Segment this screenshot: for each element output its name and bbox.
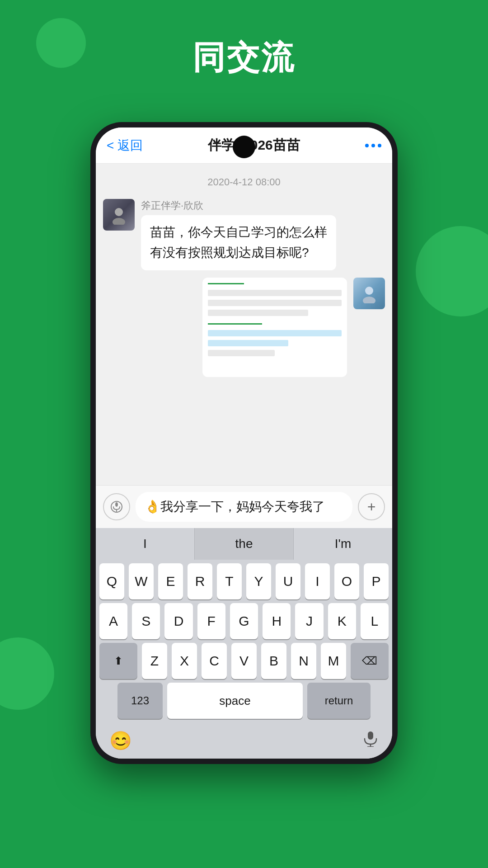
dot-2 bbox=[371, 144, 375, 147]
chat-timestamp: 2020-4-12 08:00 bbox=[103, 176, 385, 188]
outgoing-image-message bbox=[103, 278, 385, 377]
mic-button[interactable] bbox=[362, 731, 379, 751]
key-y[interactable]: Y bbox=[246, 563, 271, 599]
key-r[interactable]: R bbox=[188, 563, 212, 599]
incoming-message-body: 斧正伴学·欣欣 苗苗，你今天自己学习的怎么样有没有按照规划达成目标呢? bbox=[141, 199, 336, 270]
key-h[interactable]: H bbox=[263, 603, 291, 639]
svg-point-1 bbox=[113, 218, 125, 225]
key-l[interactable]: L bbox=[361, 603, 389, 639]
page-title: 同交流 bbox=[0, 36, 488, 80]
key-s[interactable]: S bbox=[132, 603, 160, 639]
record-title-line bbox=[208, 283, 244, 284]
keyboard-row-1: Q W E R T Y U I O P bbox=[96, 560, 392, 599]
keyboard-row-2: A S D F G H J K L bbox=[96, 599, 392, 639]
svg-point-5 bbox=[115, 502, 118, 507]
message-input[interactable]: 👌我分享一下，妈妈今天夸我了 bbox=[136, 492, 352, 522]
record-blue-line-2 bbox=[208, 340, 288, 346]
key-j[interactable]: J bbox=[295, 603, 323, 639]
input-area: 👌我分享一下，妈妈今天夸我了 + bbox=[96, 485, 392, 528]
svg-point-0 bbox=[115, 208, 123, 216]
keyboard: Q W E R T Y U I O P A S D F G H J K bbox=[96, 560, 392, 722]
voice-button[interactable] bbox=[103, 493, 130, 520]
phone-screen: < 返回 伴学18026苗苗 2020-4-12 08:00 bbox=[96, 127, 392, 759]
key-e[interactable]: E bbox=[158, 563, 183, 599]
key-q[interactable]: Q bbox=[99, 563, 124, 599]
key-shift[interactable]: ⬆ bbox=[99, 643, 137, 679]
keyboard-row-4: 123 space return bbox=[96, 679, 392, 722]
key-i[interactable]: I bbox=[305, 563, 330, 599]
key-a[interactable]: A bbox=[99, 603, 127, 639]
record-line-3 bbox=[208, 310, 308, 316]
key-v[interactable]: V bbox=[231, 643, 257, 679]
incoming-message: 斧正伴学·欣欣 苗苗，你今天自己学习的怎么样有没有按照规划达成目标呢? bbox=[103, 199, 385, 270]
dot-3 bbox=[378, 144, 381, 147]
key-w[interactable]: W bbox=[129, 563, 154, 599]
key-n[interactable]: N bbox=[291, 643, 316, 679]
message-bubble: 苗苗，你今天自己学习的怎么样有没有按照规划达成目标呢? bbox=[141, 215, 336, 270]
key-z[interactable]: Z bbox=[142, 643, 167, 679]
key-g[interactable]: G bbox=[230, 603, 258, 639]
autocomplete-label-i: I bbox=[143, 537, 147, 551]
autocomplete-item-im[interactable]: I'm bbox=[294, 528, 392, 560]
nav-more-button[interactable] bbox=[365, 144, 381, 147]
autocomplete-label-im: I'm bbox=[335, 537, 351, 551]
key-m[interactable]: M bbox=[321, 643, 346, 679]
message-input-text: 👌我分享一下，妈妈今天夸我了 bbox=[145, 498, 325, 515]
key-x[interactable]: X bbox=[172, 643, 197, 679]
record-line-1 bbox=[208, 290, 342, 296]
bg-circle-bottom-left bbox=[0, 637, 54, 710]
key-b[interactable]: B bbox=[261, 643, 286, 679]
recipient-avatar bbox=[353, 278, 385, 309]
record-subtitle-line bbox=[208, 323, 262, 325]
key-o[interactable]: O bbox=[334, 563, 359, 599]
study-record-lines bbox=[208, 283, 342, 356]
add-icon: + bbox=[367, 499, 376, 515]
key-t[interactable]: T bbox=[217, 563, 242, 599]
key-return[interactable]: return bbox=[307, 683, 371, 719]
sender-avatar-img bbox=[103, 199, 135, 231]
add-button[interactable]: + bbox=[358, 493, 385, 520]
camera-notch bbox=[233, 136, 255, 158]
keyboard-bottom-bar: 😊 bbox=[96, 722, 392, 759]
svg-rect-7 bbox=[368, 731, 373, 740]
autocomplete-item-i[interactable]: I bbox=[96, 528, 195, 560]
record-line-4 bbox=[208, 350, 275, 356]
record-blue-line-1 bbox=[208, 330, 342, 336]
phone-frame: < 返回 伴学18026苗苗 2020-4-12 08:00 bbox=[90, 122, 398, 764]
chat-area: 2020-4-12 08:00 斧正伴学·欣欣 苗苗，你今天自己学习的怎么样有没… bbox=[96, 164, 392, 485]
autocomplete-label-the: the bbox=[235, 537, 253, 551]
key-f[interactable]: F bbox=[197, 603, 225, 639]
dot-1 bbox=[365, 144, 369, 147]
key-u[interactable]: U bbox=[276, 563, 300, 599]
autocomplete-item-the[interactable]: the bbox=[195, 528, 294, 560]
nav-back-button[interactable]: < 返回 bbox=[107, 137, 143, 154]
recipient-avatar-img bbox=[353, 278, 385, 309]
message-text: 苗苗，你今天自己学习的怎么样有没有按照规划达成目标呢? bbox=[150, 225, 327, 259]
bg-circle-right bbox=[416, 226, 488, 316]
svg-point-2 bbox=[365, 287, 373, 295]
key-c[interactable]: C bbox=[202, 643, 227, 679]
key-d[interactable]: D bbox=[164, 603, 192, 639]
svg-point-3 bbox=[363, 297, 375, 303]
key-numbers[interactable]: 123 bbox=[117, 683, 163, 719]
key-backspace[interactable]: ⌫ bbox=[351, 643, 389, 679]
sender-name: 斧正伴学·欣欣 bbox=[141, 199, 336, 212]
emoji-button[interactable]: 😊 bbox=[109, 730, 132, 751]
key-space[interactable]: space bbox=[167, 683, 303, 719]
sender-avatar bbox=[103, 199, 135, 231]
study-record-image bbox=[202, 278, 347, 377]
key-k[interactable]: K bbox=[328, 603, 356, 639]
keyboard-row-3: ⬆ Z X C V B N M ⌫ bbox=[96, 639, 392, 679]
autocomplete-bar: I the I'm bbox=[96, 528, 392, 560]
record-line-2 bbox=[208, 300, 342, 306]
key-p[interactable]: P bbox=[364, 563, 389, 599]
